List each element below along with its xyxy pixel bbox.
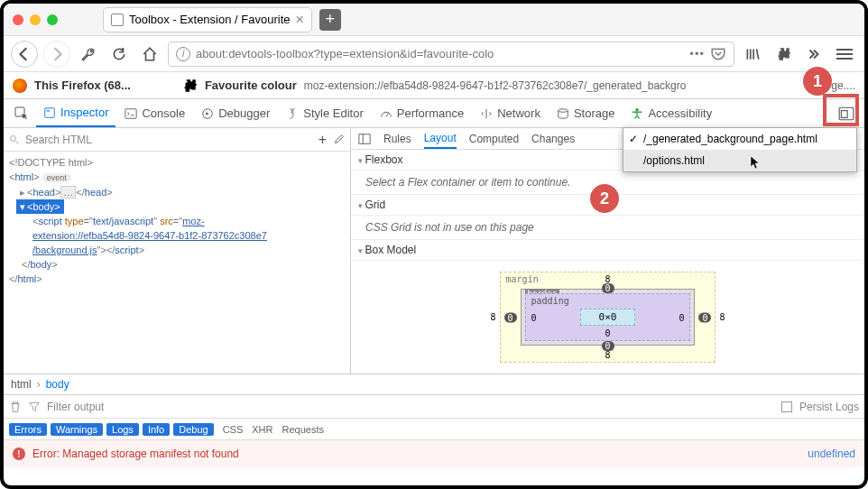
persist-logs-label: Persist Logs (799, 401, 859, 413)
url-text: about:devtools-toolbox?type=extension&id… (196, 47, 494, 60)
window-controls (13, 14, 58, 25)
info-icon[interactable]: i (176, 47, 190, 61)
dropdown-item-options[interactable]: /options.html (623, 150, 856, 171)
svg-point-6 (636, 107, 640, 111)
home-button[interactable] (137, 42, 162, 67)
crumb-html[interactable]: html (11, 378, 32, 391)
tree-head[interactable]: ▸<head>…</head> (9, 185, 345, 199)
devtools-tabs: Inspector Console Debugger Style Editor … (4, 99, 864, 128)
tree-doctype: <!DOCTYPE html> (9, 155, 345, 170)
firefox-icon (13, 78, 27, 93)
tree-html[interactable]: <html> event (9, 170, 345, 185)
search-html-input[interactable]: Search HTML (25, 134, 313, 146)
filter-requests[interactable]: Requests (282, 424, 324, 435)
url-input[interactable]: i about:devtools-toolbox?type=extension&… (168, 42, 734, 67)
tree-body-selected[interactable]: ▾<body> (9, 199, 345, 214)
svg-rect-8 (841, 110, 847, 117)
tree-html-close: </html> (9, 272, 345, 286)
tab-console[interactable]: Console (117, 99, 192, 127)
content-dims: 0×0 (580, 309, 636, 326)
devtools-wrench-icon[interactable] (76, 42, 101, 67)
error-source[interactable]: undefined (808, 447, 855, 460)
this-firefox-label: This Firefox (68... (34, 78, 131, 92)
trash-icon[interactable] (9, 401, 22, 413)
filter-icon[interactable] (29, 401, 40, 412)
close-icon[interactable] (13, 14, 23, 25)
eyedropper-icon[interactable] (332, 134, 345, 146)
error-icon: ! (13, 447, 25, 460)
add-node-icon[interactable]: + (319, 132, 327, 148)
maximize-icon[interactable] (47, 14, 58, 25)
tab-inspector[interactable]: Inspector (36, 99, 115, 127)
panel-toggle-icon[interactable] (358, 133, 371, 145)
box-model-diagram: 8 margin 8 0 0 8 border 0 0 padding 0 0 (351, 261, 864, 374)
inspector-main: Search HTML + <!DOCTYPE html> <html> eve… (4, 128, 864, 374)
url-toolbar: i about:devtools-toolbox?type=extension&… (4, 36, 864, 72)
tab-performance[interactable]: Performance (373, 99, 471, 127)
html-tree[interactable]: <!DOCTYPE html> <html> event ▸<head>…</h… (4, 152, 350, 290)
extension-url: moz-extension://efba54d8-9824-9647-b1f2-… (304, 79, 687, 92)
annotation-badge-1: 1 (803, 67, 832, 96)
forward-button[interactable] (43, 41, 70, 68)
extension-name: Favourite colour (205, 78, 297, 92)
tab-debugger[interactable]: Debugger (194, 99, 277, 127)
extensions-icon[interactable] (771, 42, 796, 67)
pocket-icon[interactable] (710, 46, 726, 62)
sidetab-layout[interactable]: Layout (424, 128, 457, 149)
svg-rect-3 (125, 108, 136, 118)
document-icon (111, 14, 124, 26)
back-button[interactable] (11, 41, 38, 68)
new-tab-button[interactable]: + (319, 9, 341, 31)
console-toolbar: Filter output Persist Logs (4, 395, 864, 419)
svg-point-9 (11, 135, 16, 141)
reload-button[interactable] (106, 42, 132, 67)
filter-debug[interactable]: Debug (173, 423, 213, 436)
filter-css[interactable]: CSS (223, 424, 244, 435)
filter-warnings[interactable]: Warnings (51, 423, 103, 436)
menu-button[interactable] (832, 42, 857, 67)
close-tab-icon[interactable]: × (295, 12, 303, 28)
filter-xhr[interactable]: XHR (252, 424, 272, 435)
browser-tab[interactable]: Toolbox - Extension / Favourite × (103, 7, 312, 32)
persist-logs-checkbox[interactable] (781, 401, 792, 412)
search-html-row: Search HTML + (4, 128, 350, 152)
pick-element-icon[interactable] (9, 101, 34, 126)
filter-info[interactable]: Info (143, 423, 170, 436)
filter-errors[interactable]: Errors (9, 423, 47, 436)
debug-target-bar: This Firefox (68... Favourite colour moz… (4, 72, 864, 99)
sidetab-computed[interactable]: Computed (469, 133, 519, 145)
window-titlebar: Toolbox - Extension / Favourite × + (4, 4, 864, 36)
search-icon (9, 134, 20, 145)
breadcrumb: html › body (4, 374, 864, 395)
page-actions-icon[interactable]: ••• (689, 47, 705, 60)
tree-script[interactable]: <script type="text/javascript" src="moz- (9, 214, 345, 228)
iframe-picker-button[interactable] (834, 101, 859, 126)
crumb-body[interactable]: body (46, 378, 69, 391)
svg-rect-10 (359, 134, 370, 143)
library-icon[interactable] (740, 42, 765, 67)
tab-storage[interactable]: Storage (549, 99, 623, 127)
svg-point-5 (559, 108, 568, 112)
tab-network[interactable]: Network (473, 99, 548, 127)
extension-url-tail: ge.... (831, 79, 855, 92)
minimize-icon[interactable] (30, 14, 41, 25)
filter-output-input[interactable]: Filter output (47, 401, 104, 413)
extension-icon (181, 78, 198, 94)
console-error-row[interactable]: ! Error: Managed storage manifest not fo… (4, 440, 864, 467)
dropdown-item-bg-page[interactable]: /_generated_background_page.html (623, 128, 856, 150)
sidetab-changes[interactable]: Changes (531, 133, 575, 145)
iframe-dropdown: /_generated_background_page.html /option… (623, 127, 857, 172)
tab-title: Toolbox - Extension / Favourite (129, 13, 290, 26)
annotation-badge-2: 2 (590, 184, 619, 213)
grid-message: CSS Grid is not in use on this page (351, 216, 864, 240)
svg-rect-1 (45, 107, 55, 117)
sidebar-panel: Rules Layout Computed Changes /_generate… (351, 128, 864, 374)
sidetab-rules[interactable]: Rules (383, 133, 411, 145)
overflow-icon[interactable] (801, 42, 826, 67)
section-boxmodel[interactable]: Box Model (351, 240, 864, 261)
filter-logs[interactable]: Logs (106, 423, 139, 436)
tab-accessibility[interactable]: Accessibility (623, 99, 719, 127)
tab-style-editor[interactable]: Style Editor (279, 99, 370, 127)
error-message: Error: Managed storage manifest not foun… (32, 447, 239, 460)
cursor-icon (749, 155, 762, 170)
